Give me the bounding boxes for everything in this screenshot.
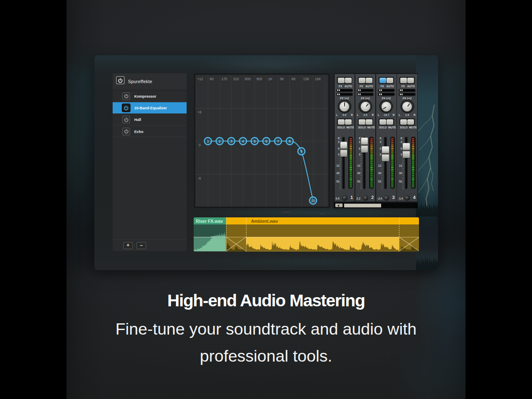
svg-text:13K: 13K bbox=[303, 77, 309, 81]
svg-text:0: 0 bbox=[199, 143, 201, 147]
svg-text:4: 4 bbox=[242, 139, 244, 143]
svg-text:1: 1 bbox=[207, 139, 209, 143]
svg-text:600: 600 bbox=[245, 77, 251, 81]
svg-text:6K: 6K bbox=[291, 77, 296, 81]
svg-text:16K: 16K bbox=[315, 77, 321, 81]
svg-text:+6: +6 bbox=[197, 110, 202, 114]
svg-text:310: 310 bbox=[233, 77, 239, 81]
svg-text:2: 2 bbox=[219, 139, 221, 143]
svg-text:170: 170 bbox=[222, 77, 227, 81]
svg-text:60: 60 bbox=[210, 77, 214, 81]
svg-text:5: 5 bbox=[254, 139, 256, 143]
svg-text:+12: +12 bbox=[197, 77, 203, 81]
svg-text:6: 6 bbox=[265, 139, 267, 143]
svg-text:-6: -6 bbox=[198, 176, 201, 180]
svg-text:8: 8 bbox=[288, 139, 291, 143]
svg-text:1K: 1K bbox=[268, 77, 273, 81]
svg-text:10: 10 bbox=[311, 199, 315, 203]
svg-text:3: 3 bbox=[230, 139, 232, 143]
svg-text:3K: 3K bbox=[280, 77, 284, 81]
svg-text:800: 800 bbox=[256, 77, 262, 81]
svg-text:9: 9 bbox=[300, 149, 303, 153]
svg-text:7: 7 bbox=[277, 139, 279, 143]
